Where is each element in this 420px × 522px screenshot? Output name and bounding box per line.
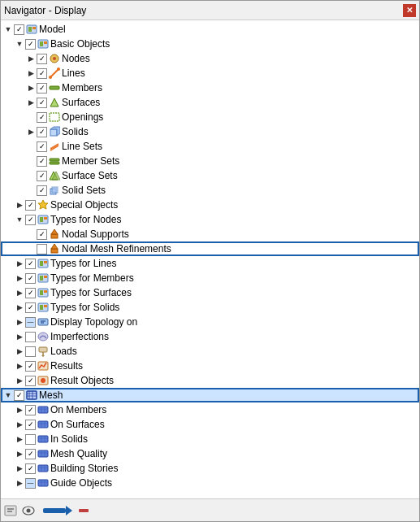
tree-item-members[interactable]: Members (1, 80, 419, 95)
tree-item-loads[interactable]: Loads (1, 344, 419, 359)
tree-item-nodes[interactable]: Nodes (1, 51, 419, 66)
tree-item-building-stories[interactable]: Building Stories (1, 461, 419, 476)
checkbox-line-sets[interactable] (37, 141, 47, 152)
tree-item-member-sets[interactable]: Member Sets (1, 154, 419, 168)
tree-item-imperfections[interactable]: Imperfections (1, 329, 419, 344)
checkbox-special-objects[interactable] (25, 200, 36, 211)
expander-basic-objects[interactable] (14, 37, 25, 51)
settings-button[interactable] (4, 504, 17, 517)
checkbox-openings[interactable] (37, 112, 47, 123)
expander-members[interactable] (25, 80, 37, 95)
expander-surfaces[interactable] (25, 95, 37, 110)
arrow-button[interactable] (43, 504, 72, 517)
tree-item-mesh[interactable]: Mesh (1, 388, 419, 402)
checkbox-results[interactable] (25, 361, 36, 372)
checkbox-types-for-members[interactable] (25, 273, 36, 284)
tree-item-types-for-lines[interactable]: Types for Lines (1, 256, 419, 271)
tree-item-model[interactable]: Model (1, 22, 419, 37)
dash-button[interactable] (77, 504, 90, 517)
expander-on-members[interactable] (14, 402, 25, 417)
checkbox-surfaces[interactable] (37, 98, 47, 108)
expander-types-for-surfaces[interactable] (14, 285, 25, 300)
expander-types-for-lines[interactable] (14, 256, 25, 271)
checkbox-in-solids[interactable] (25, 434, 36, 445)
checkbox-nodal-supports[interactable] (37, 229, 47, 240)
expander-nodes[interactable] (25, 51, 37, 66)
checkbox-building-stories[interactable] (25, 463, 36, 474)
expander-types-for-solids[interactable] (14, 300, 25, 315)
expander-types-for-nodes[interactable] (14, 212, 25, 227)
checkbox-guide-objects[interactable] (25, 478, 36, 489)
checkbox-loads[interactable] (25, 346, 36, 357)
checkbox-nodal-mesh-refinements[interactable] (37, 244, 47, 254)
checkbox-imperfections[interactable] (25, 332, 36, 342)
tree-item-on-surfaces[interactable]: On Surfaces (1, 417, 419, 432)
tree-item-types-for-nodes[interactable]: Types for Nodes (1, 212, 419, 227)
checkbox-on-surfaces[interactable] (25, 420, 36, 430)
tree-item-solid-sets[interactable]: Solid Sets (1, 183, 419, 198)
tree-item-solids[interactable]: Solids (1, 124, 419, 139)
expander-types-for-members[interactable] (14, 271, 25, 285)
checkbox-members[interactable] (37, 83, 47, 94)
checkbox-result-objects[interactable] (25, 376, 36, 386)
checkbox-types-for-solids[interactable] (25, 302, 36, 313)
tree-item-result-objects[interactable]: Result Objects (1, 373, 419, 388)
svg-rect-18 (50, 159, 59, 161)
expander-results[interactable] (14, 359, 25, 373)
tree-item-on-members[interactable]: On Members (1, 402, 419, 417)
tree-item-types-for-members[interactable]: Types for Members (1, 271, 419, 285)
checkbox-display-topology-on[interactable] (25, 317, 36, 328)
checkbox-basic-objects[interactable] (25, 39, 36, 50)
tree-item-nodal-supports[interactable]: Nodal Supports (1, 227, 419, 241)
tree-item-basic-objects[interactable]: Basic Objects (1, 37, 419, 51)
close-button[interactable]: ✕ (403, 4, 416, 17)
expander-special-objects[interactable] (14, 198, 25, 212)
label-nodal-supports: Nodal Supports (62, 228, 129, 240)
expander-on-surfaces[interactable] (14, 417, 25, 432)
expander-mesh-quality[interactable] (14, 446, 25, 461)
tree-item-special-objects[interactable]: Special Objects (1, 198, 419, 212)
checkbox-mesh-quality[interactable] (25, 449, 36, 459)
checkbox-nodes[interactable] (37, 54, 47, 64)
tree-item-guide-objects[interactable]: Guide Objects (1, 476, 419, 490)
svg-rect-39 (40, 290, 43, 295)
expander-in-solids[interactable] (14, 432, 25, 446)
checkbox-mesh[interactable] (14, 390, 24, 401)
tree-item-surfaces[interactable]: Surfaces (1, 95, 419, 110)
tree-item-lines[interactable]: Lines (1, 66, 419, 80)
checkbox-on-members[interactable] (25, 405, 36, 415)
checkbox-model[interactable] (14, 24, 24, 35)
expander-result-objects[interactable] (14, 373, 25, 388)
tree-item-results[interactable]: Results (1, 359, 419, 373)
expander-imperfections[interactable] (14, 329, 25, 344)
tree-item-line-sets[interactable]: Line Sets (1, 139, 419, 154)
tree-item-nodal-mesh-refinements[interactable]: Nodal Mesh Refinements (1, 241, 419, 256)
checkbox-surface-sets[interactable] (37, 171, 47, 181)
expander-mesh[interactable] (2, 388, 14, 402)
tree-item-openings[interactable]: Openings (1, 110, 419, 124)
expander-model[interactable] (2, 22, 14, 37)
tree-item-in-solids[interactable]: In Solids (1, 432, 419, 446)
tree-item-types-for-surfaces[interactable]: Types for Surfaces (1, 285, 419, 300)
tree-container[interactable]: Model Basic Objects Nodes Lines (1, 20, 419, 498)
expander-guide-objects[interactable] (14, 476, 25, 490)
eye-button[interactable] (22, 504, 35, 517)
checkbox-lines[interactable] (37, 68, 47, 79)
label-surface-sets: Surface Sets (62, 170, 118, 181)
checkbox-types-for-surfaces[interactable] (25, 288, 36, 298)
checkbox-types-for-nodes[interactable] (25, 215, 36, 225)
tree-item-types-for-solids[interactable]: Types for Solids (1, 300, 419, 315)
expander-building-stories[interactable] (14, 461, 25, 476)
checkbox-member-sets[interactable] (37, 156, 47, 167)
tree-item-mesh-quality[interactable]: Mesh Quality (1, 446, 419, 461)
expander-display-topology-on[interactable] (14, 315, 25, 329)
tree-item-display-topology-on[interactable]: Display Topology on (1, 315, 419, 329)
checkbox-solids[interactable] (37, 127, 47, 137)
expander-lines[interactable] (25, 66, 37, 80)
expander-solids[interactable] (25, 124, 37, 139)
svg-rect-40 (44, 290, 47, 293)
tree-item-surface-sets[interactable]: Surface Sets (1, 168, 419, 183)
expander-loads[interactable] (14, 344, 25, 359)
checkbox-types-for-lines[interactable] (25, 259, 36, 269)
checkbox-solid-sets[interactable] (37, 185, 47, 196)
